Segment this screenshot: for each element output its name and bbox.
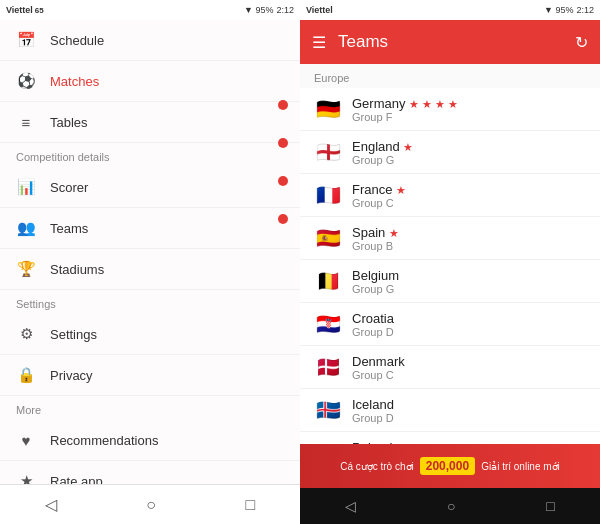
nav-item-matches[interactable]: ⚽ Matches bbox=[0, 61, 300, 102]
nav-tables-label: Tables bbox=[50, 115, 88, 130]
team-name-belgium: Belgium bbox=[352, 268, 586, 283]
team-name-iceland: Iceland bbox=[352, 397, 586, 412]
ad-banner[interactable]: Cá cược trò chơi 200,000 Giải trí online… bbox=[300, 444, 600, 488]
nav-item-teams[interactable]: 👥 Teams bbox=[0, 208, 300, 249]
nav-teams-label: Teams bbox=[50, 221, 88, 236]
team-item-england[interactable]: 🏴󠁧󠁢󠁥󠁮󠁧󠁿England ★Group G bbox=[300, 131, 600, 174]
nav-item-stadiums[interactable]: 🏆 Stadiums bbox=[0, 249, 300, 290]
left-bottom-nav: ◁ ○ □ bbox=[0, 484, 300, 524]
nav-schedule-label: Schedule bbox=[50, 33, 104, 48]
right-status-right: ▼ 95% 2:12 bbox=[544, 5, 594, 15]
nav-item-settings[interactable]: ⚙ Settings bbox=[0, 314, 300, 355]
menu-icon[interactable]: ☰ bbox=[312, 33, 326, 52]
back-button[interactable]: ◁ bbox=[39, 489, 63, 520]
team-flag-spain: 🇪🇸 bbox=[314, 224, 342, 252]
section-settings: Settings bbox=[0, 290, 300, 314]
schedule-icon: 📅 bbox=[16, 30, 36, 50]
team-group-iceland: Group D bbox=[352, 412, 586, 424]
left-panel: Viettel 65 ▼ 95% 2:12 📅 Schedule ⚽ Match… bbox=[0, 0, 300, 524]
privacy-icon: 🔒 bbox=[16, 365, 36, 385]
refresh-icon[interactable]: ↻ bbox=[575, 33, 588, 52]
team-name-france: France ★ bbox=[352, 182, 586, 197]
region-header: Europe bbox=[300, 64, 600, 88]
nav-settings-label: Settings bbox=[50, 327, 97, 342]
home-button[interactable]: ○ bbox=[140, 490, 162, 520]
recents-button[interactable]: □ bbox=[240, 490, 262, 520]
right-toolbar: ☰ Teams ↻ bbox=[300, 20, 600, 64]
nav-scorer-label: Scorer bbox=[50, 180, 88, 195]
left-status-right: ▼ 95% 2:12 bbox=[244, 5, 294, 15]
team-info-england: England ★Group G bbox=[352, 139, 586, 166]
nav-recommendations-label: Recommendations bbox=[50, 433, 158, 448]
nav-privacy-label: Privacy bbox=[50, 368, 93, 383]
team-info-spain: Spain ★Group B bbox=[352, 225, 586, 252]
dot-2 bbox=[278, 138, 288, 148]
team-group-france: Group C bbox=[352, 197, 586, 209]
dot-1 bbox=[278, 100, 288, 110]
team-item-belgium[interactable]: 🇧🇪BelgiumGroup G bbox=[300, 260, 600, 303]
team-flag-iceland: 🇮🇸 bbox=[314, 396, 342, 424]
settings-icon: ⚙ bbox=[16, 324, 36, 344]
team-group-germany: Group F bbox=[352, 111, 586, 123]
team-info-croatia: CroatiaGroup D bbox=[352, 311, 586, 338]
team-flag-denmark: 🇩🇰 bbox=[314, 353, 342, 381]
team-name-croatia: Croatia bbox=[352, 311, 586, 326]
ad-amount: 200,000 bbox=[420, 457, 475, 475]
team-flag-croatia: 🇭🇷 bbox=[314, 310, 342, 338]
team-item-spain[interactable]: 🇪🇸Spain ★Group B bbox=[300, 217, 600, 260]
right-panel: Viettel ▼ 95% 2:12 ☰ Teams ↻ Europe 🇩🇪Ge… bbox=[300, 0, 600, 524]
nav-matches-label: Matches bbox=[50, 74, 99, 89]
team-item-denmark[interactable]: 🇩🇰DenmarkGroup C bbox=[300, 346, 600, 389]
right-status-bar: Viettel ▼ 95% 2:12 bbox=[300, 0, 600, 20]
team-info-germany: Germany ★ ★ ★ ★Group F bbox=[352, 96, 586, 123]
right-back-button[interactable]: ◁ bbox=[341, 494, 360, 518]
section-competition: Competition details bbox=[0, 143, 300, 167]
right-bottom-nav: ◁ ○ □ bbox=[300, 488, 600, 524]
nav-item-recommendations[interactable]: ♥ Recommendations bbox=[0, 420, 300, 461]
scorer-icon: 📊 bbox=[16, 177, 36, 197]
left-content: 📅 Schedule ⚽ Matches ≡ Tables Competitio… bbox=[0, 20, 300, 484]
team-group-denmark: Group C bbox=[352, 369, 586, 381]
ad-text2: Giải trí online mới bbox=[481, 461, 560, 472]
team-item-france[interactable]: 🇫🇷France ★Group C bbox=[300, 174, 600, 217]
nav-item-rate[interactable]: ★ Rate app bbox=[0, 461, 300, 484]
section-more: More bbox=[0, 396, 300, 420]
right-home-button[interactable]: ○ bbox=[443, 494, 459, 518]
team-flag-england: 🏴󠁧󠁢󠁥󠁮󠁧󠁿 bbox=[314, 138, 342, 166]
nav-item-scorer[interactable]: 📊 Scorer bbox=[0, 167, 300, 208]
team-item-germany[interactable]: 🇩🇪Germany ★ ★ ★ ★Group F bbox=[300, 88, 600, 131]
nav-item-schedule[interactable]: 📅 Schedule bbox=[0, 20, 300, 61]
right-recents-button[interactable]: □ bbox=[542, 494, 558, 518]
team-info-iceland: IcelandGroup D bbox=[352, 397, 586, 424]
teams-list: 🇩🇪Germany ★ ★ ★ ★Group F🏴󠁧󠁢󠁥󠁮󠁧󠁿England ★… bbox=[300, 88, 600, 444]
team-group-england: Group G bbox=[352, 154, 586, 166]
team-item-poland[interactable]: 🇵🇱PolandGroup H bbox=[300, 432, 600, 444]
toolbar-title: Teams bbox=[338, 32, 563, 52]
recommendations-icon: ♥ bbox=[16, 430, 36, 450]
team-flag-belgium: 🇧🇪 bbox=[314, 267, 342, 295]
ad-text1: Cá cược trò chơi bbox=[340, 461, 414, 472]
team-group-spain: Group B bbox=[352, 240, 586, 252]
rate-icon: ★ bbox=[16, 471, 36, 484]
team-name-denmark: Denmark bbox=[352, 354, 586, 369]
competition-nav-list: 📊 Scorer 👥 Teams 🏆 Stadiums bbox=[0, 167, 300, 290]
team-group-croatia: Group D bbox=[352, 326, 586, 338]
dot-3 bbox=[278, 176, 288, 186]
stadiums-icon: 🏆 bbox=[16, 259, 36, 279]
nav-item-tables[interactable]: ≡ Tables bbox=[0, 102, 300, 143]
nav-item-privacy[interactable]: 🔒 Privacy bbox=[0, 355, 300, 396]
team-name-spain: Spain ★ bbox=[352, 225, 586, 240]
matches-icon: ⚽ bbox=[16, 71, 36, 91]
team-item-iceland[interactable]: 🇮🇸IcelandGroup D bbox=[300, 389, 600, 432]
more-nav-list: ♥ Recommendations ★ Rate app bbox=[0, 420, 300, 484]
tables-icon: ≡ bbox=[16, 112, 36, 132]
team-info-denmark: DenmarkGroup C bbox=[352, 354, 586, 381]
team-group-belgium: Group G bbox=[352, 283, 586, 295]
settings-nav-list: ⚙ Settings 🔒 Privacy bbox=[0, 314, 300, 396]
team-flag-france: 🇫🇷 bbox=[314, 181, 342, 209]
dot-indicators bbox=[278, 100, 288, 224]
team-item-croatia[interactable]: 🇭🇷CroatiaGroup D bbox=[300, 303, 600, 346]
team-info-belgium: BelgiumGroup G bbox=[352, 268, 586, 295]
team-name-germany: Germany ★ ★ ★ ★ bbox=[352, 96, 586, 111]
nav-stadiums-label: Stadiums bbox=[50, 262, 104, 277]
